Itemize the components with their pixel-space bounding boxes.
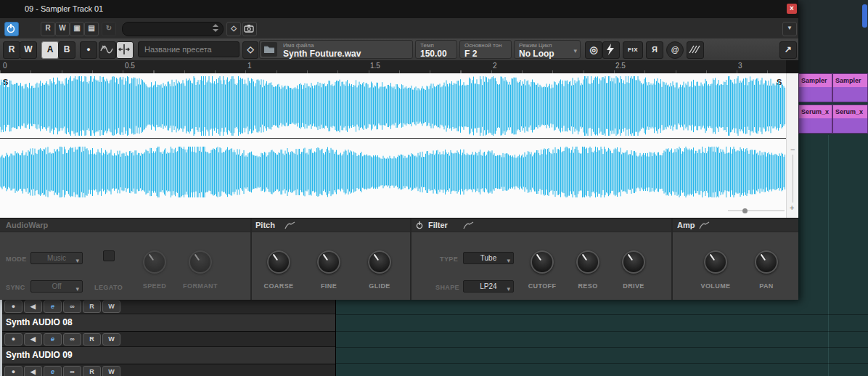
reso-knob[interactable] <box>576 250 599 274</box>
clip-sampler-2[interactable]: Sampler <box>832 73 868 102</box>
vertical-scrollbar[interactable] <box>862 4 867 28</box>
snapshot-camera-button[interactable] <box>242 22 257 36</box>
drive-knob-label: DRIVE <box>608 282 659 290</box>
window-titlebar[interactable]: 09 - Sampler Track 01 × <box>0 0 798 18</box>
ruler-tick: 1.5 <box>370 62 380 70</box>
ruler-tick: 0.5 <box>125 62 135 70</box>
layer-b-button[interactable]: B <box>58 41 75 59</box>
clip-serum-2[interactable]: Serum_x <box>832 105 868 134</box>
vertical-zoom-slider[interactable] <box>793 155 793 203</box>
track-controls-row: ● ◀ e ∞ R W <box>0 332 335 347</box>
filter-type-dropdown[interactable]: Tube ▾ <box>463 252 514 264</box>
monitor-button[interactable]: ◀ <box>24 333 42 346</box>
pan-knob-label: PAN <box>741 282 792 290</box>
expand-editor-button[interactable]: ↗ <box>779 41 797 59</box>
write-automation-button[interactable]: W <box>102 333 120 346</box>
slice-edit-button[interactable] <box>116 41 134 59</box>
monitor-button[interactable]: ◀ <box>24 366 42 376</box>
loop-mode-box[interactable]: Режим Цикл No Loop ▾ <box>514 40 581 59</box>
panels-header: AudioWarp Pitch Filter Amp <box>0 218 798 232</box>
volume-knob[interactable] <box>704 250 727 274</box>
refresh-button[interactable]: ↻ <box>102 22 116 36</box>
read-automation-button[interactable]: R <box>83 333 101 346</box>
mode-label: MODE <box>6 256 27 263</box>
clip-sampler-1[interactable]: Sampler <box>798 73 832 102</box>
link-button[interactable]: ∞ <box>63 301 81 313</box>
window-options-button[interactable]: ▼ <box>782 22 797 36</box>
free-warp-button[interactable] <box>99 41 116 59</box>
fine-knob[interactable] <box>317 250 340 274</box>
filter-power-button[interactable] <box>415 221 424 229</box>
write-automation-button[interactable]: W <box>102 301 120 313</box>
clip-serum-1[interactable]: Serum_x <box>798 105 832 134</box>
grid-horizontal-line <box>335 363 868 364</box>
read-automation-button[interactable]: R <box>83 301 101 313</box>
close-button[interactable]: × <box>787 4 797 14</box>
track-name-synth-audio-08[interactable]: Synth AUDIO 08 <box>0 314 335 332</box>
formant-knob[interactable] <box>189 250 212 274</box>
monitor-button[interactable]: ◀ <box>24 301 42 313</box>
sync-dropdown[interactable]: Off ▾ <box>30 280 83 293</box>
preset-diamond-button[interactable]: ◇ <box>226 22 241 36</box>
filter-shape-dropdown[interactable]: LP24 ▾ <box>463 280 514 293</box>
preset-spinner[interactable] <box>213 24 218 34</box>
record-enable-button[interactable]: ● <box>4 301 22 313</box>
amp-modulation-icon[interactable] <box>699 221 711 229</box>
zoom-out-button[interactable]: − <box>790 146 795 153</box>
track-name-synth-audio-09[interactable]: Synth AUDIO 09 <box>0 347 335 364</box>
speed-knob[interactable] <box>143 250 166 274</box>
record-enable-button[interactable]: ● <box>4 366 22 376</box>
write-automation-button[interactable]: W <box>55 22 70 36</box>
glide-ramp-button[interactable] <box>687 41 704 59</box>
slice-arrows-icon <box>117 42 131 57</box>
preset-name-field[interactable]: Название пресета <box>138 41 239 57</box>
read-automation-button[interactable]: R <box>41 22 55 36</box>
write-button[interactable]: W <box>20 41 37 59</box>
timeline-ruler[interactable]: 0 0.5 1 1.5 2 2.5 3 <box>0 60 798 74</box>
edit-channel-button[interactable]: e <box>44 366 62 376</box>
waveform-display[interactable]: S S <box>0 73 786 218</box>
link-button[interactable]: ∞ <box>63 333 81 346</box>
layout-grid-button[interactable]: ▣ <box>70 22 84 36</box>
mono-mode-button[interactable]: @ <box>666 41 684 59</box>
filter-modulation-icon[interactable] <box>463 221 475 229</box>
root-detect-button[interactable]: ◎ <box>585 41 602 59</box>
read-automation-button[interactable]: R <box>83 366 101 376</box>
tempo-box[interactable]: Темп 150.00 <box>415 40 457 59</box>
waveform-right-channel <box>0 143 786 201</box>
knob-needle <box>526 246 559 279</box>
file-name-value: Synth Fouture.wav <box>279 49 412 58</box>
zoom-in-button[interactable]: + <box>790 204 794 211</box>
spin-down-icon <box>213 29 218 32</box>
track-controls-row: ● ◀ e ∞ R W <box>0 299 335 314</box>
glide-knob[interactable] <box>368 250 391 274</box>
write-automation-button[interactable]: W <box>102 366 120 376</box>
reverse-button[interactable]: Я <box>646 41 663 59</box>
edit-channel-button[interactable]: e <box>44 301 62 313</box>
layout-lines-button[interactable]: ▤ <box>84 22 99 36</box>
pan-knob[interactable] <box>755 250 778 274</box>
cutoff-knob[interactable] <box>531 250 554 274</box>
clip-body <box>799 87 832 102</box>
read-button[interactable]: R <box>3 41 20 59</box>
mode-value: Music <box>47 254 66 262</box>
legato-toggle[interactable] <box>103 250 115 261</box>
fix-pitch-button[interactable]: FIX <box>623 41 643 59</box>
clip-label: Sampler <box>833 74 867 87</box>
preset-tag-button[interactable]: ◇ <box>242 41 258 59</box>
coarse-knob[interactable] <box>267 250 290 274</box>
chevron-down-icon: ▾ <box>75 256 79 266</box>
power-button[interactable] <box>4 22 19 36</box>
root-key-box[interactable]: Основной тон F 2 <box>459 40 512 59</box>
preset-selector-dropdown[interactable] <box>122 22 224 36</box>
drive-knob[interactable] <box>622 250 645 274</box>
pitch-modulation-icon[interactable] <box>284 221 296 229</box>
link-button[interactable]: ∞ <box>63 366 81 376</box>
edit-channel-button[interactable]: e <box>44 333 62 346</box>
mode-dropdown[interactable]: Music ▾ <box>30 252 83 264</box>
record-sample-button[interactable]: ● <box>80 41 97 59</box>
record-enable-button[interactable]: ● <box>4 333 22 346</box>
layer-a-button[interactable]: A <box>41 41 59 59</box>
trigger-mode-button[interactable] <box>602 41 620 59</box>
open-file-button[interactable] <box>261 42 277 57</box>
